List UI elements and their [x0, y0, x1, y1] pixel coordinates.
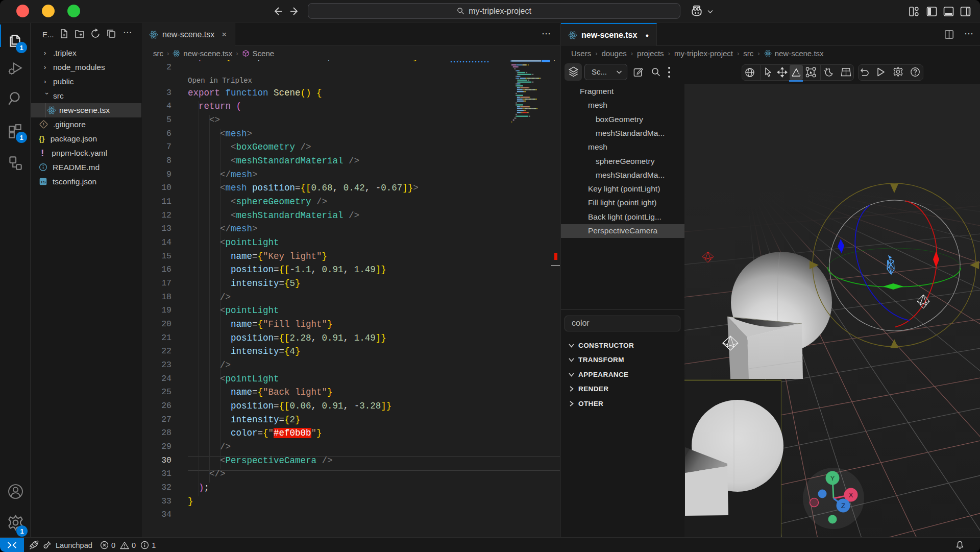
svg-text:X: X	[849, 491, 853, 499]
svg-text:TS: TS	[40, 180, 46, 184]
svg-text:Y: Y	[830, 474, 835, 482]
svg-text:Z: Z	[841, 502, 845, 510]
